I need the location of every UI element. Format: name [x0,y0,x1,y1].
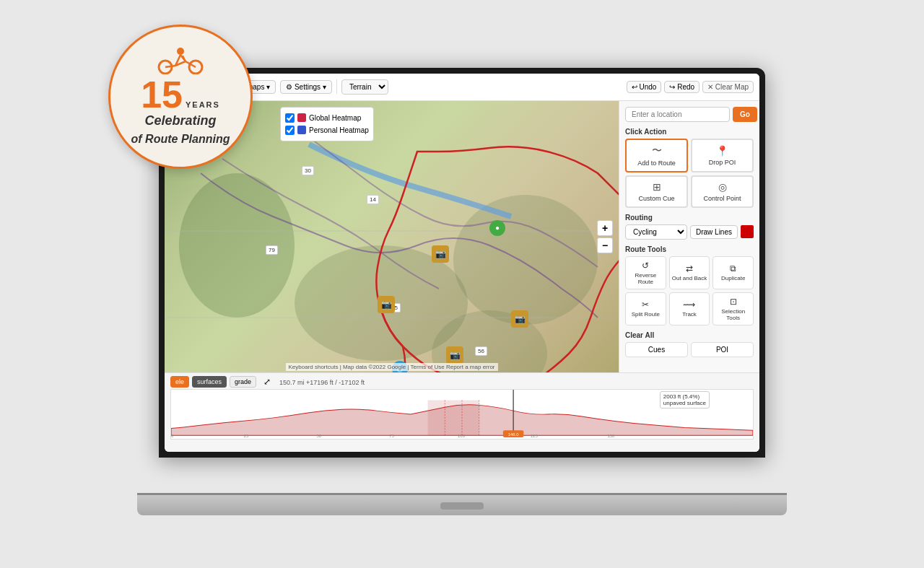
undo-btn[interactable]: ↩ Undo [627,81,662,93]
start-marker[interactable]: ● [489,220,505,236]
ele-tab[interactable]: ele [170,376,189,388]
out-and-back-btn[interactable]: ⇄ Out and Back [669,256,710,289]
terrain-select[interactable]: Terrain [341,79,388,95]
route-tools-section: Route Tools ↺ Reverse Route ⇄ Out and Ba… [625,245,754,325]
clear-all-label: Clear All [625,331,754,339]
selection-icon: ⊡ [730,297,737,307]
svg-text:50: 50 [317,434,322,437]
clear-all-section: Clear All Cues POI [625,331,754,357]
svg-text:150: 150 [608,434,615,437]
poi-icon: 📍 [716,145,728,157]
map-attribution: Keyboard shortcuts | Map data ©2022 Goog… [285,363,497,371]
svg-text:75: 75 [389,434,394,437]
cues-btn[interactable]: Cues [625,342,688,357]
go-btn[interactable]: Go [733,107,757,122]
laptop-base [137,495,787,515]
svg-text:146.0: 146.0 [508,432,519,436]
undo-redo-group: ↩ Undo ↪ Redo ✕ Clear Map [627,81,754,93]
grade-tab[interactable]: grade [230,376,256,388]
split-route-btn[interactable]: ✂ Split Route [625,292,666,325]
surfaces-tab[interactable]: surfaces [192,376,227,388]
svg-line-4 [165,66,175,67]
click-action-label: Click Action [625,128,754,136]
zoom-in-btn[interactable]: + [597,220,613,236]
route-tools-label: Route Tools [625,245,754,253]
divider2 [336,79,337,94]
svg-point-2 [177,48,184,55]
elevation-tabs: ele surfaces grade ⤢ 150.7 mi +17196 ft … [165,373,759,388]
scene: 15 YEARS Celebrating of Route Planning B… [0,0,924,568]
color-swatch[interactable] [741,225,754,238]
heatmap-dropdown: Global Heatmap Personal Heatmap [280,107,374,141]
click-action-section: Click Action 〜 Add to Route 📍 Drop POI [625,128,754,208]
out-back-icon: ⇄ [686,263,693,274]
poi-btn[interactable]: POI [691,342,754,357]
zoom-out-btn[interactable]: − [597,237,613,253]
photo-marker-2[interactable]: 📷 [378,296,395,313]
custom-cue-btn[interactable]: ⊞ Custom Cue [625,175,688,208]
screen-inner: Bike Paths Heatmaps ▾ ⚙ Settings ▾ Terra… [165,74,759,452]
badge-years: YEARS [186,100,220,109]
badge-text-top: Celebrating [131,113,230,129]
personal-heatmap-item: Personal Heatmap [285,124,369,136]
elevation-tooltip: 2003 ft (5.4%) unpaved surface [660,391,710,408]
settings-btn[interactable]: ⚙ Settings ▾ [280,80,332,94]
laptop-notch [440,502,484,510]
routing-section: Routing Cycling Draw Lines [625,214,754,240]
elevation-panel: ele surfaces grade ⤢ 150.7 mi +17196 ft … [165,372,759,452]
anniversary-badge: 15 YEARS Celebrating of Route Planning [108,25,253,169]
svg-text:0: 0 [171,434,173,437]
control-point-btn[interactable]: ◎ Control Point [691,175,754,208]
routing-row: Cycling Draw Lines [625,224,754,240]
map-zoom-controls: + − [597,220,613,253]
photo-marker-4[interactable]: 📷 [511,310,528,328]
svg-text:25: 25 [244,434,249,437]
clear-all-row: Cues POI [625,342,754,357]
badge-number: 15 [141,76,183,113]
add-to-route-btn[interactable]: 〜 Add to Route [625,139,688,172]
selection-tools-btn[interactable]: ⊡ Selection Tools [712,292,754,325]
app-ui: Bike Paths Heatmaps ▾ ⚙ Settings ▾ Terra… [165,74,759,452]
road-label-1: 30 [302,166,314,175]
location-input[interactable] [625,107,730,122]
global-heatmap-checkbox[interactable] [285,113,295,123]
draw-lines-btn[interactable]: Draw Lines [690,225,738,239]
route-tools-grid: ↺ Reverse Route ⇄ Out and Back ⧉ [625,256,754,325]
duplicate-btn[interactable]: ⧉ Duplicate [712,256,754,289]
road-label-5: 56 [475,346,487,356]
reverse-route-btn[interactable]: ↺ Reverse Route [625,256,666,289]
clear-map-btn[interactable]: ✕ Clear Map [702,81,754,93]
routing-label: Routing [625,214,754,222]
duplicate-icon: ⧉ [730,263,736,274]
elevation-stats: 150.7 mi +17196 ft / -17102 ft [274,379,370,386]
svg-text:100: 100 [458,434,465,437]
svg-rect-15 [428,400,479,435]
personal-heatmap-checkbox[interactable] [285,126,295,135]
elevation-chart[interactable]: 2003 ft (5.4%) unpaved surface [170,389,754,440]
track-icon: ⟿ [683,300,695,310]
expand-icon[interactable]: ⤢ [263,377,271,387]
redo-btn[interactable]: ↪ Redo [664,81,699,93]
click-action-grid: 〜 Add to Route 📍 Drop POI ⊞ [625,139,754,208]
laptop-wrapper: 15 YEARS Celebrating of Route Planning B… [137,68,787,515]
right-panel: Go Click Action 〜 Add to Route [619,101,759,372]
svg-text:125: 125 [531,434,538,437]
photo-marker-3[interactable]: 📷 [446,346,463,364]
badge-text-bottom: of Route Planning [131,132,230,147]
split-icon: ✂ [642,300,649,310]
cue-icon: ⊞ [653,181,661,193]
road-label-2: 14 [367,195,379,204]
routing-select[interactable]: Cycling [625,224,687,240]
toolbar: Bike Paths Heatmaps ▾ ⚙ Settings ▾ Terra… [165,74,759,101]
location-bar: Go [625,107,754,122]
road-label-3: 79 [266,245,278,255]
control-icon: ◎ [718,181,727,193]
reverse-icon: ↺ [642,261,649,271]
global-heatmap-item: Global Heatmap [285,112,369,124]
photo-marker-1[interactable]: 📷 [432,245,449,263]
drop-poi-btn[interactable]: 📍 Drop POI [691,139,754,172]
main-content: Global Heatmap Personal Heatmap 30 [165,101,759,372]
route-icon: 〜 [652,144,662,157]
track-btn[interactable]: ⟿ Track [669,292,710,325]
